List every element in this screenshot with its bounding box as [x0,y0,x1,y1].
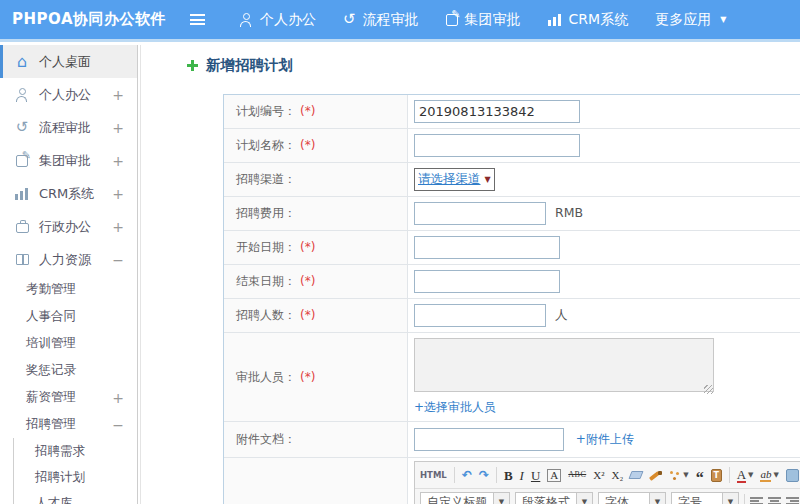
sidebar-item-workflow-approval[interactable]: ↺ 流程审批 + [0,111,137,144]
fee-label: 招聘费用： [236,206,296,220]
collapse-icon[interactable]: − [112,252,124,268]
sidebar-item-rewards[interactable]: 奖惩记录 [0,357,137,384]
align-center-icon[interactable] [768,497,781,504]
approvers-textarea[interactable] [414,338,714,392]
source-code-button[interactable]: HTML [420,471,447,480]
hamburger-icon[interactable] [190,14,205,25]
sidebar-item-personal-office[interactable]: 个人办公 + [0,78,137,111]
form-row-channel: 招聘渠道： 请选择渠道 ▼ [224,163,800,197]
expand-icon[interactable]: + [112,219,124,235]
expand-icon[interactable]: + [112,120,124,136]
channel-select[interactable]: 请选择渠道 ▼ [414,168,495,191]
nav-workflow-approval[interactable]: ↺ 流程审批 [343,11,419,29]
expand-icon[interactable]: + [112,87,124,103]
font-style-button[interactable]: A [547,469,561,482]
sidebar-item-group-approval[interactable]: 集团审批 + [0,144,137,177]
subscript-button[interactable]: X₂ [611,470,623,481]
italic-button[interactable]: I [520,469,524,482]
editor-toolbar-row2: 自定义标题 ▼ 段落格式 ▼ 字体 ▼ 字号 ▼ [415,489,800,504]
auto-typeset-button[interactable]: ▼ [669,469,688,481]
chevron-down-icon: ▼ [773,471,778,479]
align-left-icon[interactable] [750,497,763,504]
end-date-input[interactable] [414,270,560,293]
sidebar-item-hr-contract[interactable]: 人事合同 [0,303,137,330]
expand-icon[interactable]: + [112,186,124,202]
collapse-icon[interactable]: − [112,417,124,433]
required-mark: (*) [300,138,315,152]
page-title: 新增招聘计划 [206,56,293,75]
redo-icon[interactable]: ↷ [479,469,489,481]
edit-icon [16,155,28,167]
clipped-toolbar-icon[interactable] [786,469,799,482]
sidebar-item-label: 集团审批 [39,152,91,170]
nav-crm[interactable]: CRM系统 [548,11,629,29]
form-row-attachment: 附件文档： +附件上传 [224,422,800,458]
sidebar-item-crm[interactable]: CRM系统 + [0,177,137,210]
sidebar-item-recruit-mgmt[interactable]: 招聘管理 − [0,411,137,438]
eraser-icon[interactable] [629,471,644,479]
superscript-button[interactable]: X² [593,470,604,481]
app-brand: PHPOA协同办公软件 [12,10,190,29]
headcount-input[interactable] [414,304,546,327]
paragraph-format-select[interactable]: 段落格式 ▼ [515,492,593,504]
align-right-icon[interactable] [786,497,799,504]
sidebar-item-desktop[interactable]: ⌂ 个人桌面 [0,45,137,78]
required-mark: (*) [300,104,315,118]
toolbar-separator [496,467,497,483]
font-size-select[interactable]: 字号 ▼ [671,492,739,504]
nav-group-approval[interactable]: 集团审批 [446,11,521,29]
font-family-select[interactable]: 字体 ▼ [598,492,666,504]
recruit-submenu: 招聘需求 招聘计划 人才库 [13,438,137,504]
sidebar-item-recruit-demand[interactable]: 招聘需求 [14,438,137,464]
select-approvers-link[interactable]: +选择审批人员 [414,399,800,416]
sidebar-item-salary[interactable]: 薪资管理 + [0,384,137,411]
expand-icon[interactable]: + [112,390,124,406]
highlight-color-button[interactable]: ab ▼ [760,469,778,482]
expand-icon[interactable]: + [112,153,124,169]
start-date-input[interactable] [414,236,560,259]
sidebar-item-talent-pool[interactable]: 人才库 [14,490,137,504]
chart-icon [548,14,562,26]
nav-label: 集团审批 [465,11,521,29]
font-color-button[interactable]: A ▼ [737,468,754,483]
format-painter-icon[interactable] [649,469,662,482]
sidebar-item-label: 个人办公 [39,86,91,104]
bold-button[interactable]: B [504,469,513,482]
channel-label: 招聘渠道： [236,172,296,186]
home-icon: ⌂ [14,54,30,70]
sidebar-item-label: 人力资源 [39,251,91,269]
underline-button[interactable]: U [531,469,540,482]
nav-label: CRM系统 [569,11,629,29]
sidebar: ⌂ 个人桌面 个人办公 + ↺ 流程审批 + 集团审批 + CRM系统 + 行政… [0,45,138,504]
nav-personal-office[interactable]: 个人办公 [239,11,316,29]
sidebar-item-training[interactable]: 培训管理 [0,330,137,357]
attachment-upload-link[interactable]: +附件上传 [576,432,634,446]
sidebar-item-recruit-plan[interactable]: 招聘计划 [14,464,137,490]
workflow-icon: ↺ [14,120,30,135]
sidebar-item-hr[interactable]: 人力资源 − [0,243,137,276]
custom-heading-select[interactable]: 自定义标题 ▼ [420,492,510,504]
form-row-fee: 招聘费用： RMB [224,197,800,231]
nav-more-apps[interactable]: 更多应用 ▼ [655,11,726,29]
sidebar-item-attendance[interactable]: 考勤管理 [0,276,137,303]
start-date-label: 开始日期： [236,240,296,254]
chevron-down-icon: ▼ [748,471,753,479]
chevron-down-icon: ▼ [493,493,509,504]
chevron-down-icon: ▼ [576,493,592,504]
briefcase-icon [16,223,29,233]
plan-name-input[interactable] [414,134,580,157]
plan-no-input[interactable] [414,100,580,123]
required-mark: (*) [300,240,315,254]
sidebar-item-admin-office[interactable]: 行政办公 + [0,210,137,243]
end-date-label: 结束日期： [236,274,296,288]
undo-icon[interactable]: ↶ [462,469,472,481]
strikethrough-button[interactable]: ABC [568,471,586,479]
blockquote-button[interactable]: “ [696,470,704,486]
fee-input[interactable] [414,202,546,225]
nav-label: 流程审批 [363,11,419,29]
attachment-label: 附件文档： [236,432,296,446]
chevron-down-icon: ▼ [649,493,665,504]
nav-label: 个人办公 [260,11,316,29]
attachment-input[interactable] [414,428,564,451]
paste-icon[interactable]: T [711,469,722,482]
